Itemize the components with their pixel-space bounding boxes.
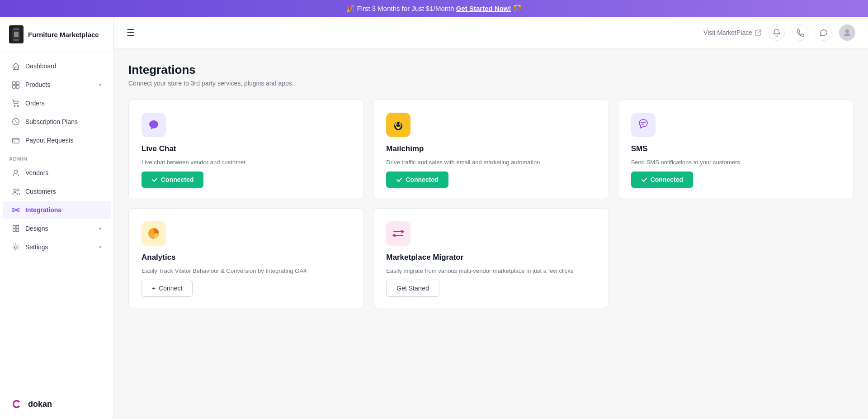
analytics-icon [142, 221, 166, 246]
designs-icon [12, 224, 20, 233]
admin-section-label: ADMIN [0, 150, 113, 163]
svg-rect-18 [18, 210, 20, 212]
visit-marketplace-label: Visit MarketPlace [703, 29, 752, 36]
banner-cta[interactable]: Get Started Now! [456, 5, 511, 12]
settings-icon [12, 243, 20, 251]
integration-card-marketplace-migrator: Marketplace Migrator Easily migrate from… [373, 208, 609, 309]
svg-rect-4 [16, 82, 19, 85]
sidebar-item-subscription-label: Subscription Plans [25, 118, 78, 125]
sidebar-item-customers[interactable]: Customers [3, 182, 111, 200]
live-chat-icon [142, 113, 166, 137]
sidebar-item-products-label: Products [25, 81, 50, 88]
avatar-icon [843, 28, 852, 37]
integration-card-mailchimp: Mailchimp Drive traffic and sales with e… [373, 100, 609, 199]
sidebar-item-settings[interactable]: Settings ▾ [3, 238, 111, 256]
mailchimp-desc: Drive traffic and sales with email and m… [386, 158, 595, 167]
sidebar-item-designs[interactable]: Designs ▾ [3, 219, 111, 238]
marketplace-migrator-desc: Easily migrate from various multi-vendor… [386, 267, 595, 276]
top-banner: 🎉 First 3 Months for Just $1/Month Get S… [0, 0, 868, 17]
sidebar-brand: Furniture Marketplace [0, 17, 113, 52]
header: ☰ Visit MarketPlace [114, 17, 868, 48]
brand-icon [9, 25, 24, 43]
integrations-icon [12, 206, 20, 214]
live-chat-desc: Live chat between vendor and customer [142, 158, 351, 167]
orders-icon [12, 99, 20, 107]
svg-point-26 [399, 124, 401, 125]
products-icon [12, 81, 20, 89]
svg-point-7 [14, 105, 15, 107]
analytics-name: Analytics [142, 253, 351, 262]
chat-button[interactable] [816, 24, 832, 41]
svg-rect-14 [12, 208, 14, 210]
marketplace-migrator-name: Marketplace Migrator [386, 253, 595, 262]
dokan-logo-text: dokan [28, 400, 52, 409]
integration-card-sms: SMS Send SMS notifications to your custo… [618, 100, 854, 199]
sidebar-item-dashboard[interactable]: Dashboard [3, 57, 111, 75]
sidebar-item-designs-label: Designs [25, 225, 48, 232]
sms-connected-button[interactable]: Connected [631, 171, 693, 188]
brand-name: Furniture Marketplace [28, 31, 99, 38]
sidebar-item-vendors-label: Vendors [25, 169, 48, 176]
sidebar-item-dashboard-label: Dashboard [25, 62, 57, 70]
svg-point-21 [845, 29, 849, 33]
user-avatar[interactable] [839, 24, 855, 41]
check-icon-3 [641, 176, 647, 183]
banner-emoji: 🎊 [513, 5, 522, 12]
sidebar: Furniture Marketplace Dashboard Prod [0, 17, 114, 419]
svg-point-20 [9, 396, 24, 412]
analytics-connect-button[interactable]: + Connect [142, 280, 193, 297]
sidebar-item-orders[interactable]: Orders [3, 94, 111, 112]
chat-icon [820, 29, 828, 37]
svg-point-8 [17, 105, 19, 107]
hamburger-icon[interactable]: ☰ [127, 27, 135, 38]
live-chat-connected-button[interactable]: Connected [142, 171, 203, 188]
sidebar-item-customers-label: Customers [25, 188, 56, 195]
sidebar-item-payout-label: Payout Requests [25, 137, 74, 144]
svg-point-25 [396, 124, 398, 125]
sms-name: SMS [631, 144, 840, 153]
header-left: ☰ [127, 27, 135, 38]
svg-rect-9 [13, 138, 19, 143]
phone-icon [796, 29, 804, 37]
customers-icon [12, 187, 20, 195]
home-icon [12, 62, 20, 70]
notifications-button[interactable] [769, 24, 785, 41]
sms-icon [631, 113, 656, 137]
header-right: Visit MarketPlace [703, 24, 855, 41]
banner-text: 🎉 First 3 Months for Just $1/Month [346, 5, 454, 12]
vendors-icon [12, 169, 20, 177]
sidebar-item-subscription-plans[interactable]: Subscription Plans [3, 113, 111, 131]
mailchimp-name: Mailchimp [386, 144, 595, 153]
integration-card-analytics: Analytics Easily Track Visitor Behaviour… [128, 208, 364, 309]
svg-point-28 [400, 124, 400, 124]
svg-point-10 [14, 141, 15, 142]
svg-point-13 [17, 189, 19, 191]
analytics-desc: Easily Track Visitor Behaviour & Convers… [142, 267, 351, 276]
sidebar-item-orders-label: Orders [25, 100, 45, 107]
marketplace-migrator-get-started-button[interactable]: Get Started [386, 280, 439, 297]
live-chat-name: Live Chat [142, 144, 351, 153]
sidebar-item-products[interactable]: Products ▾ [3, 76, 111, 94]
designs-chevron-icon: ▾ [99, 226, 102, 232]
svg-rect-17 [18, 208, 20, 210]
svg-rect-6 [16, 86, 19, 88]
check-icon [151, 176, 158, 183]
subscription-icon [12, 118, 20, 126]
sidebar-item-payout-requests[interactable]: Payout Requests [3, 131, 111, 149]
products-chevron-icon: ▾ [99, 82, 102, 88]
mailchimp-connected-button[interactable]: Connected [386, 171, 448, 188]
integration-card-live-chat: Live Chat Live chat between vendor and c… [128, 100, 364, 199]
external-link-icon [755, 29, 761, 36]
payout-icon [12, 136, 20, 144]
visit-marketplace-link[interactable]: Visit MarketPlace [703, 29, 761, 36]
sidebar-nav: Dashboard Products ▾ [0, 52, 113, 389]
svg-point-19 [14, 246, 17, 248]
sidebar-item-integrations[interactable]: Integrations [3, 201, 111, 219]
sms-desc: Send SMS notifications to your customers [631, 158, 840, 167]
sidebar-footer: dokan [0, 389, 113, 419]
page-subtitle: Connect your store to 3rd party services… [128, 80, 854, 87]
marketplace-migrator-icon [386, 221, 410, 246]
sidebar-item-vendors[interactable]: Vendors [3, 164, 111, 182]
svg-rect-3 [13, 82, 15, 85]
phone-button[interactable] [792, 24, 808, 41]
